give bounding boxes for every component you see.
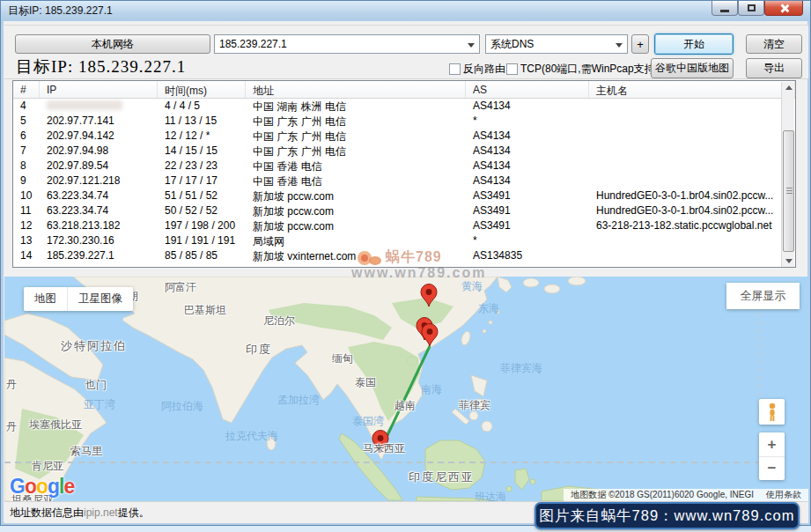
cell-hostname (589, 233, 795, 248)
map-label: 也门 (85, 378, 107, 393)
add-button[interactable]: + (631, 34, 649, 54)
cell-time: 4 / 4 / 5 (158, 99, 246, 114)
map-label: 丹 (6, 419, 17, 434)
map-label: 缅甸 (332, 351, 353, 366)
cell-ip: 202.97.94.142 (40, 129, 158, 144)
cell-hop: 6 (13, 129, 40, 144)
map-label: 肯尼亚 (32, 459, 63, 474)
start-button[interactable]: 开始 (654, 33, 734, 55)
reverse-route-checkbox[interactable]: 反向路由 (449, 62, 505, 77)
google-logo-letter: G (10, 475, 25, 498)
local-network-button[interactable]: 本机网络 (15, 34, 210, 54)
cell-hostname: HundredGE0-3-0-1.br04.sin02.pccw... (589, 188, 795, 203)
cell-location: 局域网 (246, 233, 466, 248)
target-ip-combobox[interactable]: 185.239.227.1 (214, 34, 480, 54)
cell-hop: 12 (13, 218, 40, 233)
cell-hop: 11 (13, 203, 40, 218)
checkbox-icon[interactable] (449, 63, 461, 75)
scroll-up-button[interactable] (784, 83, 793, 92)
maximize-button[interactable] (738, 1, 764, 16)
google-logo-letter: o (36, 475, 48, 498)
table-row[interactable]: 6202.97.94.14212 / 12 / *中国 广东 广州 电信AS41… (13, 129, 795, 144)
route-map[interactable]: 伊朗阿富汗巴基斯坦尼泊尔印度缅甸泰国越南菲律宾马来西亚印度尼西亚沙特阿拉伯也门埃… (4, 277, 808, 501)
cell-location: 中国 广东 广州 电信 (246, 114, 466, 129)
cell-location: 中国 广东 广州 电信 (246, 129, 466, 144)
map-type-controls: 地图 卫星图像 (24, 287, 133, 311)
table-row[interactable]: 1163.223.34.7450 / 52 / 52新加坡 pccw.comAS… (13, 203, 795, 218)
cell-as: * (466, 114, 589, 129)
hop-table: #IP时间(ms)地址AS主机名 44 / 4 / 5中国 湖南 株洲 电信AS… (12, 80, 796, 268)
cell-as: * (466, 233, 589, 248)
close-icon (779, 4, 789, 13)
cell-ip: 172.30.230.16 (40, 233, 158, 248)
cell-ip (40, 99, 158, 114)
google-logo: Google (10, 475, 74, 499)
table-row[interactable]: 9202.97.121.21817 / 17 / 17中国 香港 电信AS413… (13, 174, 795, 188)
source-badge: 图片来自蜗牛789：www.wn789.com (535, 502, 800, 529)
column-header[interactable]: AS (466, 81, 589, 98)
map-button[interactable]: 地图 (24, 287, 67, 311)
terms-link[interactable]: 使用条款 (766, 489, 801, 501)
fullscreen-button[interactable]: 全屏显示 (726, 283, 800, 309)
map-label: 沙特阿拉伯 (61, 338, 127, 354)
cell-ip: 202.97.121.218 (40, 174, 158, 188)
table-scrollbar[interactable] (781, 82, 794, 267)
zoom-in-button[interactable]: + (759, 432, 785, 456)
clear-button[interactable]: 清空 (746, 34, 802, 54)
table-row[interactable]: 13172.30.230.16191 / 191 / 191局域网* (13, 233, 795, 248)
google-cn-map-button[interactable]: 谷歌中国版地图 (651, 58, 734, 78)
table-row[interactable]: 1063.223.34.7451 / 51 / 52新加坡 pccw.comAS… (13, 188, 795, 203)
column-header[interactable]: 主机名 (589, 81, 795, 98)
table-row[interactable]: 44 / 4 / 5中国 湖南 株洲 电信AS4134 (13, 99, 795, 114)
column-header[interactable]: IP (40, 81, 158, 98)
satellite-button[interactable]: 卫星图像 (67, 287, 133, 311)
cell-hostname: HundredGE0-3-0-1.br04.sin02.pccw... (589, 203, 795, 218)
map-label: 泰国湾 (352, 414, 384, 429)
map-label: 亚丁湾 (84, 397, 115, 412)
dns-combobox[interactable]: 系统DNS (485, 34, 628, 54)
cell-hop: 9 (13, 174, 40, 188)
target-ip-heading: 目标IP: 185.239.227.1 (16, 55, 186, 78)
google-logo-letter: e (63, 475, 74, 498)
snail-icon (357, 249, 381, 267)
table-row[interactable]: 7202.97.94.9814 / 15 / 15中国 广东 广州 电信AS41… (13, 144, 795, 159)
chevron-down-icon[interactable] (468, 43, 475, 48)
table-row[interactable]: 5202.97.77.14111 / 13 / 15中国 广东 广州 电信* (13, 114, 795, 129)
maximize-icon (748, 4, 756, 11)
map-label: 巴基斯坦 (184, 303, 226, 318)
snail-watermark-text: 蜗牛789 (386, 248, 442, 267)
scrollbar-thumb[interactable] (783, 130, 794, 252)
export-button[interactable]: 导出 (746, 58, 802, 78)
scroll-down-button[interactable] (784, 256, 793, 266)
cell-hostname (589, 144, 795, 159)
cell-as: AS4134 (466, 144, 589, 159)
cell-ip: 202.97.77.141 (40, 114, 158, 129)
table-row[interactable]: 1263.218.213.182197 / 198 / 200新加坡 pccw.… (13, 218, 795, 233)
zoom-out-button[interactable]: − (759, 456, 785, 480)
cell-ip: 63.223.34.74 (40, 203, 158, 218)
column-header[interactable]: 地址 (246, 81, 466, 98)
cell-ip: 63.223.34.74 (40, 188, 158, 203)
tcp-checkbox[interactable]: TCP(80端口,需WinPcap支持) (506, 62, 659, 77)
minimize-button[interactable] (711, 1, 738, 16)
map-label: 孟加拉湾 (277, 393, 320, 408)
cell-time: 191 / 191 / 191 (158, 233, 246, 248)
arrow-up-icon (785, 85, 793, 90)
tcp-label: TCP(80端口,需WinPcap支持) (520, 62, 659, 77)
cell-hostname: 63-218-213-182.static.pccwglobal.net (589, 218, 795, 233)
hop-table-header: #IP时间(ms)地址AS主机名 (13, 81, 795, 99)
table-row[interactable]: 8202.97.89.5422 / 23 / 23中国 香港 电信AS4134 (13, 159, 795, 174)
column-header[interactable]: 时间(ms) (158, 81, 246, 98)
map-label: 南海 (421, 382, 442, 397)
cell-ip: 185.239.227.1 (40, 248, 158, 263)
pegman-button[interactable] (759, 399, 785, 425)
title-bar[interactable]: 目标IP: 185.239.227.1 (1, 1, 810, 21)
map-label: 尼泊尔 (263, 314, 295, 329)
chevron-down-icon[interactable] (616, 43, 623, 48)
close-button[interactable] (764, 1, 803, 16)
cell-location: 新加坡 pccw.com (246, 188, 466, 203)
cell-hostname (589, 99, 795, 114)
checkbox-icon[interactable] (506, 63, 518, 75)
column-header[interactable]: # (13, 81, 40, 98)
status-text-suffix: 提供。 (118, 506, 150, 521)
